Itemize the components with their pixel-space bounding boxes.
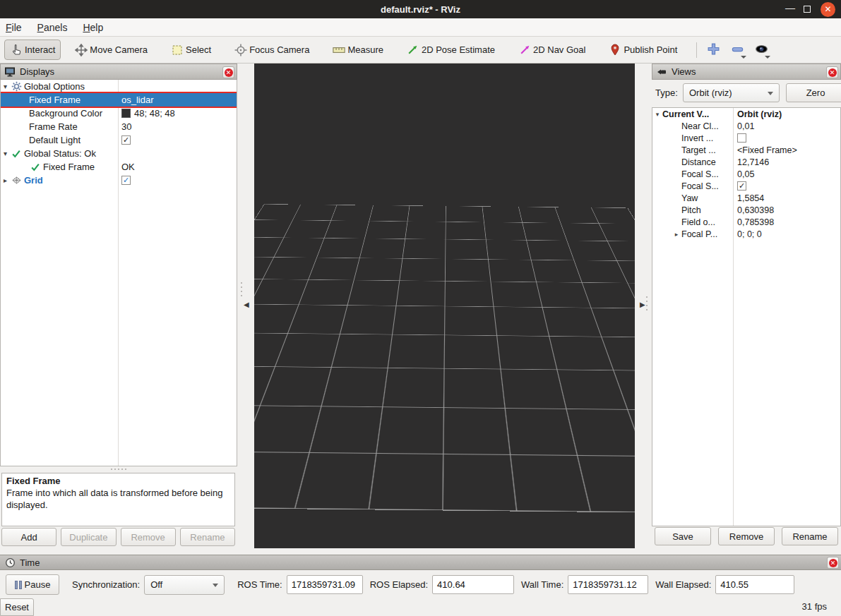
displays-panel-header[interactable]: Displays ✕ (0, 64, 237, 80)
property-value[interactable]: 0; 0; 0 (733, 228, 840, 240)
property-value[interactable]: 0,01 (733, 120, 840, 132)
property-value[interactable] (733, 132, 840, 144)
expander-icon[interactable]: ▸ (672, 231, 681, 238)
views-row-focal-s[interactable]: Focal S...✓ (652, 180, 840, 192)
property-value[interactable]: 0,785398 (733, 216, 840, 228)
property-value[interactable]: Orbit (rviz) (733, 108, 840, 120)
views-rename-button[interactable]: Rename (782, 527, 838, 545)
tool-2d-pose-estimate[interactable]: 2D Pose Estimate (401, 40, 501, 60)
minimize-button[interactable]: — (785, 5, 794, 13)
checkbox[interactable]: ✓ (121, 176, 131, 185)
property-value[interactable]: 0,05 (733, 168, 840, 180)
remove-tool-button[interactable] (728, 41, 746, 59)
tool-2d-nav-goal[interactable]: 2D Nav Goal (513, 40, 591, 60)
views-row-current-v[interactable]: ▾Current V...Orbit (rviz) (652, 108, 840, 120)
ros-time-input[interactable]: 1718359731.09 (287, 575, 363, 594)
tool-interact[interactable]: Interact (4, 40, 61, 60)
views-row-target[interactable]: Target ...<Fixed Frame> (652, 144, 840, 156)
views-remove-button[interactable]: Remove (718, 527, 775, 545)
property-value[interactable]: 12,7146 (733, 156, 840, 168)
zero-button[interactable]: Zero (786, 83, 841, 102)
property-value[interactable]: ✓ (733, 180, 840, 192)
time-panel-header[interactable]: Time ✕ (0, 555, 841, 570)
displays-row-default-light[interactable]: Default Light✓ (1, 133, 237, 147)
gear-icon (10, 81, 23, 92)
add-tool-button[interactable] (704, 41, 722, 59)
views-row-pitch[interactable]: Pitch0,630398 (652, 204, 840, 216)
collapse-right-icon[interactable]: ▶ (640, 301, 645, 308)
views-panel-header[interactable]: Views ✕ (652, 64, 841, 80)
render-viewport[interactable] (254, 64, 635, 548)
checkbox[interactable] (737, 133, 746, 143)
checkbox[interactable]: ✓ (737, 181, 746, 191)
views-save-button[interactable]: Save (655, 527, 711, 545)
property-value[interactable]: os_lidar (118, 93, 237, 107)
property-value[interactable]: 30 (118, 120, 237, 133)
tool-select[interactable]: Select (165, 40, 217, 60)
fps-counter: 31 fps (802, 601, 827, 612)
views-row-field-o[interactable]: Field o...0,785398 (652, 216, 840, 228)
views-row-distance[interactable]: Distance12,7146 (652, 156, 840, 168)
tool-measure[interactable]: Measure (327, 40, 389, 60)
displays-row-fixed-frame[interactable]: Fixed Frameos_lidar (1, 93, 237, 107)
menu-help[interactable]: Help (83, 22, 103, 33)
tool-label: Move Camera (90, 44, 148, 55)
displays-row-fixed-frame[interactable]: Fixed FrameOK (1, 160, 237, 174)
displays-row-global-options[interactable]: ▾Global Options (1, 80, 237, 93)
views-row-near-cl[interactable]: Near Cl...0,01 (652, 120, 840, 132)
wall-elapsed-input[interactable]: 410.55 (715, 575, 794, 594)
tool-publish-point[interactable]: Publish Point (603, 40, 683, 60)
property-value[interactable]: 48; 48; 48 (118, 107, 237, 120)
displays-row-background-color[interactable]: Background Color48; 48; 48 (1, 107, 237, 120)
tool-properties-button[interactable] (752, 41, 770, 59)
views-row-yaw[interactable]: Yaw1,5854 (652, 192, 840, 204)
checkbox[interactable]: ✓ (121, 135, 131, 145)
displays-close-button[interactable]: ✕ (222, 66, 234, 78)
displays-row-global-status-ok[interactable]: ▾Global Status: Ok (1, 147, 237, 160)
menu-panels[interactable]: Panels (37, 22, 68, 33)
toolbar-separator (696, 42, 697, 58)
close-button[interactable]: ✕ (821, 2, 835, 17)
tool-focus-camera[interactable]: Focus Camera (229, 40, 315, 60)
displays-duplicate-button: Duplicate (61, 528, 116, 546)
property-value[interactable]: <Fixed Frame> (733, 144, 840, 156)
maximize-button[interactable] (804, 6, 811, 13)
property-value[interactable]: 0,630398 (733, 204, 840, 216)
displays-row-frame-rate[interactable]: Frame Rate30 (1, 120, 237, 133)
pose-arrow-icon (407, 44, 419, 56)
left-splitter[interactable]: ◀ (237, 64, 254, 548)
property-value[interactable]: ✓ (118, 174, 237, 187)
map-pin-icon (609, 44, 621, 56)
synchronization-dropdown[interactable]: Off (144, 575, 225, 595)
displays-add-button[interactable]: Add (1, 528, 56, 546)
views-row-focal-s[interactable]: Focal S...0,05 (652, 168, 840, 180)
property-value[interactable]: ✓ (118, 133, 237, 147)
property-value[interactable]: 1,5854 (733, 192, 840, 204)
expander-icon[interactable]: ▾ (652, 111, 662, 118)
displays-row-grid[interactable]: ▸Grid✓ (1, 174, 237, 187)
wall-time-input[interactable]: 1718359731.12 (568, 575, 648, 594)
view-type-dropdown[interactable]: Orbit (rviz) (683, 83, 780, 102)
ros-elapsed-input[interactable]: 410.64 (432, 575, 514, 594)
views-row-focal-p[interactable]: ▸Focal P...0; 0; 0 (652, 228, 840, 240)
help-splitter-handle[interactable] (0, 467, 237, 471)
pause-button[interactable]: Pause (6, 574, 59, 595)
title-bar[interactable]: default.rviz* - RViz — ✕ (0, 0, 841, 18)
property-value[interactable] (118, 147, 237, 160)
displays-remove-button: Remove (121, 528, 176, 546)
menu-file[interactable]: File (6, 22, 22, 33)
property-value[interactable]: OK (118, 160, 237, 174)
reset-button[interactable]: Reset (0, 598, 34, 616)
views-row-invert[interactable]: Invert ... (652, 132, 840, 144)
tool-move-camera[interactable]: Move Camera (69, 40, 153, 60)
collapse-left-icon[interactable]: ◀ (244, 301, 249, 308)
color-swatch[interactable] (121, 109, 131, 118)
expander-icon[interactable]: ▾ (1, 83, 10, 90)
expander-icon[interactable]: ▸ (1, 176, 10, 184)
expander-icon[interactable]: ▾ (1, 150, 10, 157)
right-splitter[interactable]: ▶ (635, 64, 652, 548)
property-value[interactable] (118, 80, 237, 93)
displays-rename-button: Rename (180, 528, 235, 546)
views-close-button[interactable]: ✕ (826, 66, 838, 78)
time-close-button[interactable]: ✕ (827, 557, 839, 569)
